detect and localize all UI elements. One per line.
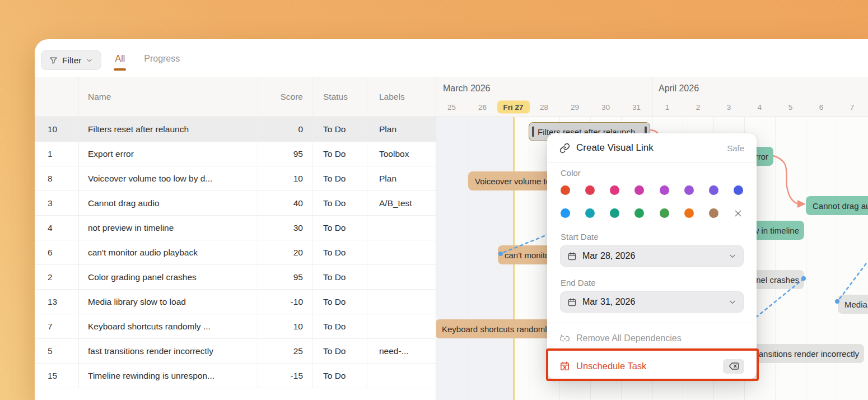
table-cell: To Do: [312, 216, 367, 240]
color-swatch[interactable]: [660, 185, 669, 195]
color-swatch[interactable]: [709, 185, 718, 195]
day-cell: 26: [467, 97, 498, 117]
color-palette-row2: [561, 208, 743, 218]
table-cell: 10: [258, 166, 312, 190]
table-cell: 8: [35, 166, 78, 190]
day-cell: 4: [744, 97, 775, 117]
start-date-select[interactable]: Mar 28, 2026: [560, 245, 744, 267]
backspace-shortcut-key[interactable]: [723, 359, 744, 374]
gantt-bar[interactable]: Keyboard shortcuts randomly ...: [436, 319, 559, 338]
month-label: March 2026: [436, 77, 652, 97]
table-cell: fast transitions render incorrectly: [78, 339, 258, 363]
gantt-bar-label: Keyboard shortcuts randomly ...: [442, 324, 559, 334]
safe-hint: Safe: [727, 143, 744, 153]
day-cell-today: Fri 27: [498, 97, 529, 117]
table-row[interactable]: 13Media library slow to load-10To Do: [35, 290, 436, 314]
day-cell: 29: [559, 97, 590, 117]
filter-funnel-icon: [49, 56, 58, 64]
color-swatch[interactable]: [634, 185, 644, 195]
table-row[interactable]: 5fast transitions render incorrectly25To…: [35, 339, 436, 364]
chevron-down-icon: [729, 252, 736, 260]
table-cell: 30: [258, 216, 312, 240]
table-cell: Filters reset after relaunch: [78, 117, 258, 141]
table-cell: 15: [35, 364, 78, 388]
tab-progress[interactable]: Progress: [144, 54, 180, 67]
color-swatch[interactable]: [610, 208, 619, 218]
color-section-label: Color: [561, 168, 581, 178]
table-row[interactable]: 15Timeline rewinding is unrespon...-15To…: [35, 364, 436, 388]
day-cell: 28: [529, 97, 559, 117]
day-cell: 1: [652, 97, 683, 117]
color-swatch[interactable]: [734, 185, 743, 195]
task-table: Name Score Status Labels 10Filters reset…: [35, 77, 436, 400]
remove-dependencies-label: Remove All Dependencies: [576, 333, 744, 343]
context-menu-header: Create Visual Link Safe: [547, 133, 757, 162]
start-date-label: Start Date: [561, 232, 599, 241]
color-swatch[interactable]: [585, 208, 595, 218]
table-cell: Plan: [367, 117, 436, 141]
table-row[interactable]: 4not preview in timeline30To Do: [35, 216, 436, 240]
table-cell: To Do: [312, 339, 367, 363]
remove-dependencies-item[interactable]: Remove All Dependencies: [547, 327, 757, 350]
header-cell-status: Status: [312, 77, 367, 117]
table-row[interactable]: 2Color grading panel crashes95To Do: [35, 265, 436, 290]
table-row[interactable]: 3Cannot drag audio40To DoA/B_test: [35, 191, 436, 216]
calendar-x-icon: [559, 361, 570, 371]
table-row[interactable]: 1Export error95To DoToolbox: [35, 142, 436, 166]
color-swatch[interactable]: [634, 208, 644, 218]
table-cell: [367, 240, 436, 264]
table-cell: Voiceover volume too low by d...: [78, 166, 258, 190]
table-cell: 25: [258, 339, 312, 363]
gantt-bar[interactable]: Media library slow to load: [838, 295, 868, 314]
color-swatch[interactable]: [709, 208, 718, 218]
table-row[interactable]: 10Filters reset after relaunch0To DoPlan: [35, 117, 436, 142]
day-cell: 6: [806, 97, 837, 117]
day-cell: 7: [837, 97, 867, 117]
end-date-select[interactable]: Mar 31, 2026: [560, 291, 744, 313]
table-cell: -15: [258, 364, 312, 388]
calendar-icon: [567, 297, 577, 307]
gantt-bar[interactable]: Cannot drag audio: [806, 196, 868, 215]
today-pill: Fri 27: [497, 101, 529, 114]
color-swatch[interactable]: [684, 208, 694, 218]
view-tabs: All Progress: [115, 54, 180, 67]
table-cell: To Do: [312, 191, 367, 215]
table-cell: Keyboard shortcuts randomly ...: [78, 314, 258, 338]
day-cell: 5: [775, 97, 806, 117]
calendar-icon: [567, 252, 577, 261]
table-cell: 6: [35, 240, 78, 264]
table-row[interactable]: 8Voiceover volume too low by d...10To Do…: [35, 166, 436, 191]
table-row[interactable]: 7Keyboard shortcuts randomly ...10To Do: [35, 314, 436, 339]
table-cell: [367, 265, 436, 289]
filter-button[interactable]: Filter: [41, 50, 101, 70]
broken-link-icon: [559, 333, 570, 344]
color-swatch[interactable]: [561, 208, 570, 218]
day-gridline: [467, 117, 468, 400]
color-swatch[interactable]: [561, 185, 570, 195]
day-cell: 25: [436, 97, 467, 117]
color-swatch[interactable]: [660, 208, 669, 218]
unschedule-task-item[interactable]: Unschedule Task: [547, 353, 757, 379]
day-cell: 3: [713, 97, 744, 117]
table-cell: Toolbox: [367, 142, 436, 166]
color-swatch[interactable]: [585, 185, 595, 195]
day-cell: 31: [621, 97, 652, 117]
table-cell: To Do: [312, 265, 367, 289]
table-cell: A/B_test: [367, 191, 436, 215]
table-cell: 5: [35, 339, 78, 363]
task-context-menu: Create Visual Link Safe Color Start Date…: [547, 133, 757, 379]
table-row[interactable]: 6can't monitor audio playback20To Do: [35, 240, 436, 265]
table-cell: To Do: [312, 117, 367, 141]
drag-handle[interactable]: [532, 127, 534, 137]
day-cell: 30: [590, 97, 621, 117]
color-swatch[interactable]: [610, 185, 619, 195]
table-cell: Timeline rewinding is unrespon...: [78, 364, 258, 388]
tab-all[interactable]: All: [115, 54, 125, 67]
end-date-label: End Date: [561, 278, 596, 287]
table-cell: Export error: [78, 142, 258, 166]
end-date-value: Mar 31, 2026: [582, 297, 635, 307]
table-cell: need-...: [367, 339, 436, 363]
table-cell: 95: [258, 265, 312, 289]
clear-color-button[interactable]: [734, 208, 743, 218]
color-swatch[interactable]: [684, 185, 694, 195]
